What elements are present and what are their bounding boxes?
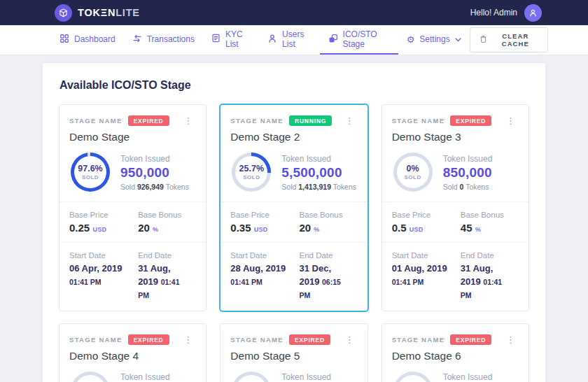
base-price-label: Base Price: [392, 211, 461, 219]
stage-title: Demo Stage 4: [69, 350, 196, 362]
sold-percent: 0%: [407, 164, 419, 174]
sold-progress-ring: 0% SOLD: [393, 153, 433, 192]
sold-progress-ring: 97.6% SOLD: [71, 153, 110, 192]
gear-icon: ⚙: [407, 35, 415, 44]
stage-name-label: STAGE NAME: [230, 117, 284, 125]
start-date-label: Start Date: [69, 251, 138, 260]
nav-item-users-list[interactable]: Users List: [259, 25, 320, 55]
sold-label: SOLD: [82, 174, 99, 181]
start-date-value: 06 Apr, 2019 01:41 PM: [69, 262, 138, 289]
base-bonus-label: Base Bonus: [461, 211, 519, 219]
kebab-menu-icon[interactable]: ⋮: [503, 115, 519, 127]
base-bonus-label: Base Bonus: [138, 211, 196, 219]
token-issued-label: Token Issued: [120, 154, 189, 164]
sold-tokens-line: Sold 0 Tokens: [443, 183, 493, 191]
clear-cache-label: CLEAR CACHE: [493, 32, 538, 48]
sold-label: SOLD: [243, 174, 260, 181]
sold-tokens-line: Sold 1,413,919 Tokens: [281, 183, 356, 191]
user-avatar[interactable]: [524, 4, 542, 22]
card-dates-section: Start Date 06 Apr, 2019 01:41 PM End Dat…: [59, 242, 206, 311]
kebab-menu-icon[interactable]: ⋮: [180, 334, 196, 346]
start-date-label: Start Date: [392, 251, 461, 260]
stage-card: STAGE NAME EXPIRED ⋮ Demo Stage 5 0% SOL…: [220, 323, 368, 382]
base-bonus-value: 20 %: [299, 222, 357, 234]
base-bonus-label: Base Bonus: [299, 211, 357, 219]
sold-tokens-value: 1,413,919: [298, 183, 331, 191]
percent-unit: %: [314, 226, 319, 233]
card-dates-section: Start Date 01 Aug, 2019 01:41 PM End Dat…: [382, 242, 528, 311]
token-issued-label: Token Issued: [443, 372, 493, 382]
status-badge: EXPIRED: [128, 115, 169, 126]
sold-tokens-value: 0: [460, 183, 464, 191]
base-price-value: 0.35 USD: [230, 222, 299, 234]
end-date-value: 31 Dec, 2019 06:15 PM: [299, 262, 357, 302]
nav-item-transactions[interactable]: Transactions: [124, 25, 203, 55]
percent-unit: %: [153, 226, 158, 233]
base-price-label: Base Price: [69, 211, 138, 219]
stage-cubes-icon: [328, 34, 338, 45]
status-badge: EXPIRED: [128, 334, 169, 345]
nav-item-kyc-list[interactable]: KYC List: [203, 25, 259, 55]
nav-item-settings[interactable]: ⚙ Settings: [398, 25, 470, 55]
base-bonus-value: 45 %: [461, 222, 519, 234]
chevron-down-icon: [455, 34, 461, 44]
card-dates-section: Start Date 28 Aug, 2019 01:41 PM End Dat…: [220, 242, 367, 311]
stage-card: STAGE NAME EXPIRED ⋮ Demo Stage 97.6% SO…: [59, 104, 206, 311]
user-icon: [267, 34, 277, 45]
greeting-text: Hello! Admin: [470, 8, 517, 17]
stage-card: STAGE NAME EXPIRED ⋮ Demo Stage 3 0% SOL…: [382, 104, 529, 311]
nav-item-dashboard[interactable]: Dashboard: [59, 25, 124, 55]
logo-text: TOKΞNLITE: [78, 7, 140, 18]
card-summary-section: STAGE NAME EXPIRED ⋮ Demo Stage 4 0% SOL…: [59, 324, 206, 382]
stage-title: Demo Stage 3: [392, 131, 519, 143]
kebab-menu-icon[interactable]: ⋮: [342, 115, 358, 127]
card-price-section: Base Price 0.5 USD Base Bonus 45 %: [382, 201, 528, 242]
card-summary-section: STAGE NAME RUNNING ⋮ Demo Stage 2 25.7% …: [220, 105, 367, 201]
content-panel: Available ICO/STO Stage STAGE NAME EXPIR…: [43, 63, 545, 382]
percent-unit: %: [475, 226, 481, 233]
card-summary-section: STAGE NAME EXPIRED ⋮ Demo Stage 5 0% SOL…: [220, 324, 367, 382]
stage-name-label: STAGE NAME: [69, 117, 122, 125]
sold-progress-ring: 0% SOLD: [393, 372, 433, 382]
card-price-section: Base Price 0.35 USD Base Bonus 20 %: [220, 201, 367, 242]
stage-card: STAGE NAME EXPIRED ⋮ Demo Stage 6 0% SOL…: [382, 323, 529, 382]
status-badge: EXPIRED: [450, 115, 491, 126]
base-price-label: Base Price: [230, 211, 299, 219]
status-badge: EXPIRED: [289, 334, 330, 345]
stage-title: Demo Stage 2: [230, 131, 357, 143]
nav-item-ico-sto-stage[interactable]: ICO/STO Stage: [320, 25, 398, 55]
nav-label: ICO/STO Stage: [343, 29, 390, 49]
end-date-label: End Date: [299, 251, 357, 260]
status-badge: EXPIRED: [450, 334, 491, 345]
base-price-value: 0.25 USD: [69, 222, 138, 234]
stage-title: Demo Stage: [69, 131, 196, 143]
stage-card: STAGE NAME RUNNING ⋮ Demo Stage 2 25.7% …: [220, 104, 368, 311]
end-date-value: 31 Aug, 2019 01:41 PM: [138, 262, 196, 302]
token-issued-label: Token Issued: [443, 154, 493, 164]
token-issued-value: 850,000: [443, 165, 493, 181]
end-date-value: 31 Aug, 2019 01:41 PM: [461, 262, 519, 302]
nav-label: Users List: [282, 29, 312, 49]
token-issued-label: Token Issued: [281, 372, 331, 382]
sold-percent: 97.6%: [78, 164, 102, 174]
currency-unit: USD: [410, 226, 424, 233]
clear-cache-button[interactable]: CLEAR CACHE: [470, 27, 548, 52]
card-summary-section: STAGE NAME EXPIRED ⋮ Demo Stage 6 0% SOL…: [382, 324, 528, 382]
kebab-menu-icon[interactable]: ⋮: [503, 334, 519, 346]
token-issued-value: 5,500,000: [281, 165, 356, 181]
start-date-label: Start Date: [230, 251, 299, 260]
kebab-menu-icon[interactable]: ⋮: [342, 334, 358, 346]
kebab-menu-icon[interactable]: ⋮: [180, 115, 196, 127]
logo-cube-icon: [55, 4, 72, 22]
stage-card: STAGE NAME EXPIRED ⋮ Demo Stage 4 0% SOL…: [59, 323, 206, 382]
end-date-label: End Date: [461, 251, 519, 260]
start-date-value: 28 Aug, 2019 01:41 PM: [230, 262, 299, 289]
stage-card-grid: STAGE NAME EXPIRED ⋮ Demo Stage 97.6% SO…: [59, 104, 529, 382]
nav-label: Dashboard: [74, 34, 115, 44]
app-logo[interactable]: TOKΞNLITE: [55, 4, 140, 22]
sold-progress-ring: 0% SOLD: [232, 372, 271, 382]
currency-unit: USD: [92, 226, 106, 233]
document-list-icon: [211, 34, 220, 45]
app-header: TOKΞNLITE Hello! Admin: [0, 0, 588, 25]
token-issued-label: Token Issued: [281, 154, 356, 164]
